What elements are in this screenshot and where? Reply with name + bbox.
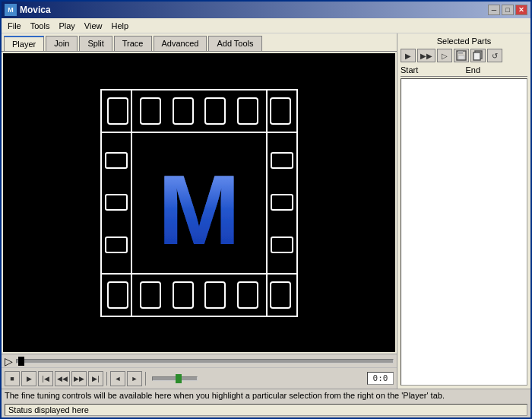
app-icon: M xyxy=(5,4,17,16)
side-perf xyxy=(105,152,128,169)
parts-refresh-btn[interactable]: ↺ xyxy=(487,49,502,62)
parts-toolbar: ▶ ▶▶ ▷ ↺ xyxy=(401,49,527,62)
film-perf xyxy=(237,281,258,309)
svg-rect-3 xyxy=(458,51,463,54)
parts-save-btn[interactable] xyxy=(454,49,469,62)
parts-export-btn[interactable]: ▷ xyxy=(437,49,452,62)
film-perf xyxy=(173,97,194,125)
menu-view[interactable]: View xyxy=(80,20,107,32)
maximize-button[interactable]: □ xyxy=(502,5,514,15)
separator2 xyxy=(145,372,146,386)
parts-play-all-btn[interactable]: ▶▶ xyxy=(417,49,435,62)
film-perf xyxy=(204,281,226,309)
selected-parts-title: Selected Parts xyxy=(401,37,527,46)
col-end: End xyxy=(466,65,528,75)
parts-play-btn[interactable]: ▶ xyxy=(401,49,416,62)
close-button[interactable]: ✕ xyxy=(515,5,527,15)
parts-content xyxy=(401,78,527,386)
menu-tools[interactable]: Tools xyxy=(26,20,55,32)
tab-bar: Player Join Split Trace Advanced Add Too… xyxy=(2,33,397,51)
rewind-button[interactable]: ◀◀ xyxy=(55,371,70,386)
tab-addtools[interactable]: Add Tools xyxy=(208,36,261,51)
film-logo: M M xyxy=(100,89,298,317)
stop-button[interactable]: ■ xyxy=(5,371,20,386)
window-title: Movica xyxy=(20,5,488,15)
parts-copy-btn[interactable] xyxy=(470,49,486,62)
left-panel: Player Join Split Trace Advanced Add Too… xyxy=(2,33,397,389)
tab-trace[interactable]: Trace xyxy=(114,36,152,51)
volume-thumb[interactable] xyxy=(176,374,182,383)
main-content: Player Join Split Trace Advanced Add Too… xyxy=(2,33,530,389)
status-bar: The fine tuning controls will be availab… xyxy=(2,389,530,417)
video-player[interactable]: M M xyxy=(3,53,395,352)
seek-thumb[interactable] xyxy=(18,357,24,366)
side-perf xyxy=(271,236,293,253)
menu-play[interactable]: Play xyxy=(54,20,79,32)
right-panel: Selected Parts ▶ ▶▶ ▷ ↺ Sta xyxy=(397,33,530,389)
tab-split[interactable]: Split xyxy=(79,36,112,51)
menu-help[interactable]: Help xyxy=(106,20,133,32)
film-left-side xyxy=(100,89,132,317)
svg-rect-4 xyxy=(458,56,464,59)
film-perf xyxy=(237,97,258,125)
seek-icon: ▷ xyxy=(5,355,13,367)
tab-player[interactable]: Player xyxy=(4,36,44,51)
film-right-side xyxy=(266,89,298,317)
time-display: 0:0 xyxy=(367,372,394,385)
side-perf xyxy=(271,194,293,211)
film-perf xyxy=(140,281,161,309)
status-bottom: Status displayed here xyxy=(5,404,527,416)
col-start: Start xyxy=(401,65,463,75)
main-window: M Movica ─ □ ✕ File Tools Play View Help… xyxy=(0,0,532,419)
forward-button[interactable]: ▶▶ xyxy=(71,371,87,386)
movica-logo-letter: M M xyxy=(138,149,260,257)
window-controls: ─ □ ✕ xyxy=(488,5,527,15)
play-button[interactable]: ▶ xyxy=(21,371,36,386)
forward-end-button[interactable]: ▶| xyxy=(88,371,103,386)
tab-join[interactable]: Join xyxy=(46,36,78,51)
film-perf xyxy=(204,97,226,125)
parts-table-header: Start End xyxy=(401,65,527,77)
minimize-button[interactable]: ─ xyxy=(488,5,500,15)
seek-track[interactable] xyxy=(16,359,394,363)
film-perf xyxy=(140,97,161,125)
film-perf xyxy=(173,281,194,309)
mark-out-button[interactable]: ► xyxy=(127,371,142,386)
rewind-start-button[interactable]: |◀ xyxy=(38,371,53,386)
menu-bar: File Tools Play View Help xyxy=(2,18,530,33)
svg-text:M: M xyxy=(158,154,240,256)
separator xyxy=(106,372,107,386)
title-bar: M Movica ─ □ ✕ xyxy=(2,2,530,18)
status-message: The fine tuning controls will be availab… xyxy=(5,391,527,400)
side-perf xyxy=(105,236,128,253)
tab-advanced[interactable]: Advanced xyxy=(154,36,207,51)
controls-bar: ■ ▶ |◀ ◀◀ ▶▶ ▶| ◄ ► 0:0 xyxy=(2,367,397,389)
svg-rect-6 xyxy=(473,52,480,60)
seek-bar-area: ▷ xyxy=(2,354,397,367)
side-perf xyxy=(271,152,293,169)
tab-content: M M ▷ xyxy=(2,51,397,389)
side-perf xyxy=(105,194,128,211)
mark-in-button[interactable]: ◄ xyxy=(110,371,125,386)
volume-track[interactable] xyxy=(152,376,198,381)
menu-file[interactable]: File xyxy=(3,20,26,32)
